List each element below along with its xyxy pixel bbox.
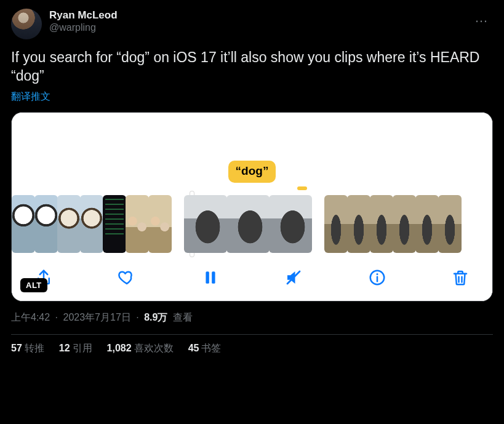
- info-icon: [368, 268, 386, 287]
- more-button[interactable]: …: [471, 9, 493, 27]
- clip-thumb[interactable]: [12, 195, 35, 253]
- svg-rect-1: [212, 271, 215, 284]
- search-token-wrap: “dog”: [12, 161, 492, 183]
- stat-label: 转推: [25, 343, 44, 353]
- clip-group[interactable]: [12, 195, 172, 253]
- search-token-pill: “dog”: [228, 161, 276, 183]
- trash-icon: [451, 268, 470, 287]
- stat-likes[interactable]: 1,082喜欢次数: [107, 342, 174, 355]
- tweet-header: Ryan McLeod @warpling …: [11, 9, 493, 39]
- avatar[interactable]: [11, 9, 42, 39]
- clip-thumb[interactable]: [415, 195, 439, 253]
- stat-label: 喜欢次数: [134, 343, 174, 353]
- svg-rect-0: [206, 271, 209, 284]
- clip-thumb[interactable]: [80, 195, 103, 253]
- tweet-date[interactable]: 2023年7月17日: [63, 312, 131, 322]
- pause-button[interactable]: [198, 265, 223, 290]
- meta-separator: ·: [136, 312, 138, 322]
- stat-label: 书签: [201, 343, 221, 353]
- stat-count: 12: [59, 343, 70, 353]
- stat-bookmarks[interactable]: 45书签: [188, 342, 222, 355]
- meta-separator: ·: [55, 312, 58, 322]
- pause-icon: [202, 269, 218, 286]
- clip-thumb[interactable]: [324, 195, 348, 253]
- tweet-text: If you search for “dog” on iOS 17 it’ll …: [11, 48, 493, 86]
- clip-group[interactable]: [324, 195, 462, 253]
- tweet-container: Ryan McLeod @warpling … If you search fo…: [0, 0, 504, 362]
- clip-thumb[interactable]: [184, 195, 227, 253]
- mute-button[interactable]: [281, 265, 306, 290]
- clip-thumb[interactable]: [148, 195, 172, 253]
- timeline-marker-icon: [297, 186, 307, 190]
- media-toolbar: [12, 257, 492, 301]
- divider: [11, 334, 493, 335]
- author-block[interactable]: Ryan McLeod @warpling: [49, 9, 463, 34]
- clip-thumb[interactable]: [57, 195, 81, 253]
- tweet-time[interactable]: 上午4:42: [11, 312, 50, 322]
- views-count[interactable]: 8.9万: [144, 312, 167, 322]
- clip-thumb[interactable]: [393, 195, 416, 253]
- clip-group[interactable]: [184, 195, 312, 253]
- clip-thumb[interactable]: [269, 195, 312, 253]
- clip-thumb[interactable]: [103, 195, 126, 253]
- delete-button[interactable]: [448, 265, 473, 290]
- stat-count: 45: [188, 343, 199, 353]
- clip-thumb[interactable]: [126, 195, 149, 253]
- alt-badge[interactable]: ALT: [20, 278, 47, 292]
- clip-thumb[interactable]: [226, 195, 270, 253]
- mute-icon: [284, 268, 303, 287]
- heart-icon: [118, 268, 136, 287]
- views-label: 查看: [173, 312, 193, 322]
- clip-thumb[interactable]: [370, 195, 393, 253]
- ellipsis-icon: …: [474, 10, 489, 25]
- tweet-meta: 上午4:42 · 2023年7月17日 · 8.9万 查看: [11, 311, 493, 324]
- stat-count: 57: [11, 343, 22, 353]
- tweet-stats: 57转推 12引用 1,082喜欢次数 45书签: [11, 342, 493, 355]
- svg-point-4: [376, 273, 378, 275]
- stat-quotes[interactable]: 12引用: [59, 342, 92, 355]
- clip-thumb[interactable]: [438, 195, 462, 253]
- clip-thumb[interactable]: [34, 195, 58, 253]
- stat-count: 1,082: [107, 343, 132, 353]
- author-handle: @warpling: [49, 22, 463, 34]
- media-whitespace: [12, 113, 492, 161]
- clip-thumb[interactable]: [347, 195, 370, 253]
- like-button[interactable]: [114, 265, 139, 290]
- media-card[interactable]: “dog”: [11, 112, 493, 302]
- translate-link[interactable]: 翻译推文: [11, 90, 493, 103]
- stat-label: 引用: [73, 343, 92, 353]
- stat-retweets[interactable]: 57转推: [11, 342, 44, 355]
- video-timeline[interactable]: [12, 183, 492, 257]
- info-button[interactable]: [365, 265, 390, 290]
- author-display-name: Ryan McLeod: [49, 9, 463, 22]
